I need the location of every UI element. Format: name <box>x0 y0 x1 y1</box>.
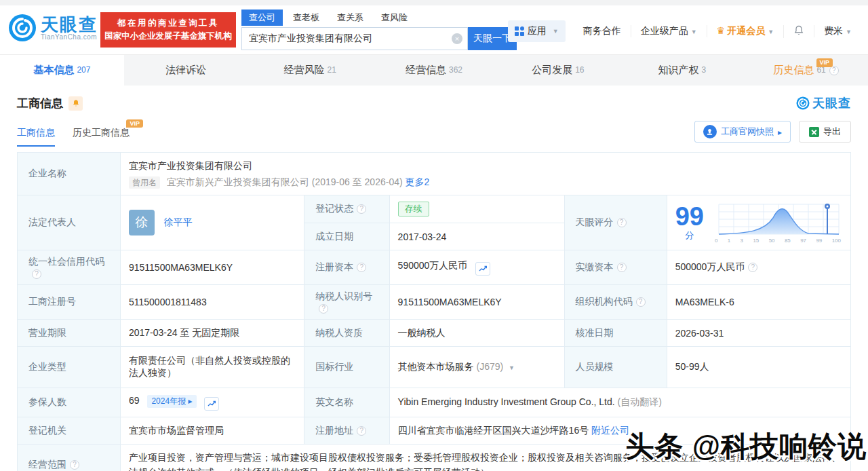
tab-intellectual-property[interactable]: 知识产权3 <box>620 55 744 86</box>
apps-grid-icon <box>515 26 524 36</box>
user-menu[interactable]: 费米 <box>814 25 861 37</box>
search-area: 查公司 查老板 查关系 查风险 天眼一下 <box>241 10 517 50</box>
help-icon[interactable] <box>636 297 646 307</box>
table-row: 营业期限 2017-03-24 至 无固定期限 纳税人资质 一般纳税人 核准日期… <box>18 320 851 347</box>
taxpayer-quality-value: 一般纳税人 <box>389 320 564 347</box>
tab-business-info[interactable]: 经营信息362 <box>372 55 496 86</box>
status-badge: 存续 <box>398 202 429 216</box>
taxpayer-quality-label: 纳税人资质 <box>304 320 389 347</box>
chevron-down-icon <box>768 29 774 35</box>
capital-trend-icon[interactable] <box>475 262 490 276</box>
reg-authority-label: 登记机关 <box>18 417 121 445</box>
establish-date-value: 2017-03-24 <box>389 223 564 250</box>
reg-capital-label: 注册资本 <box>304 250 389 285</box>
vip-badge: VIP <box>126 119 143 128</box>
search-input[interactable] <box>241 27 468 50</box>
taxpayer-id-label: 纳税人识别号 <box>304 285 389 320</box>
former-name-value: 宜宾市新兴产业投资集团有限公司 (2019-06 至 2026-04) <box>167 176 403 187</box>
establish-date-label: 成立日期 <box>304 223 389 250</box>
search-tab-boss[interactable]: 查老板 <box>285 10 327 26</box>
nav-business-cooperation[interactable]: 商务合作 <box>574 25 631 37</box>
auto-translate-note: (自动翻译) <box>618 396 662 407</box>
subtab-business-registration[interactable]: 工商信息 <box>17 127 55 147</box>
search-tab-risk[interactable]: 查风险 <box>374 10 415 26</box>
help-icon[interactable] <box>617 263 627 272</box>
toutiao-watermark: 头条 @科技响铃说 <box>625 428 867 466</box>
tab-company-development[interactable]: 公司发展16 <box>496 55 620 86</box>
more-former-names-link[interactable]: 更多2 <box>406 176 430 187</box>
business-term-value: 2017-03-24 至 无固定期限 <box>120 320 304 347</box>
brand-watermark: 天眼查 <box>796 95 851 111</box>
company-type-label: 企业类型 <box>18 347 121 388</box>
credit-code-label: 统一社会信用代码 <box>18 250 121 285</box>
taxpayer-id-value: 91511500MA63MELK6Y <box>389 285 564 320</box>
insured-trend-icon[interactable] <box>204 397 219 411</box>
help-icon[interactable] <box>357 426 366 436</box>
nearby-companies-link[interactable]: 附近公司 <box>591 425 629 436</box>
score-value: 99 <box>675 202 704 231</box>
chevron-down-icon <box>509 364 515 371</box>
score-axis-labels: 01 315 5085 9799 100 <box>713 238 842 244</box>
search-tabs: 查公司 查老板 查关系 查风险 <box>241 10 517 26</box>
credit-code-value: 91511500MA63MELK6Y <box>120 250 304 285</box>
help-icon[interactable] <box>617 218 627 227</box>
reg-number-value: 511500001811483 <box>120 285 304 320</box>
table-row: 法定代表人 徐 徐平平 登记状态 存续 天眼评分 99分 <box>18 195 851 223</box>
subscribe-bell-icon[interactable] <box>68 96 83 111</box>
tab-basic-info[interactable]: 基本信息207 <box>0 55 124 86</box>
help-icon[interactable] <box>357 263 366 272</box>
help-icon[interactable] <box>70 460 79 470</box>
help-icon[interactable] <box>32 269 41 279</box>
nav-enterprise-products[interactable]: 企业级产品 <box>631 25 707 37</box>
bell-icon <box>793 25 804 36</box>
site-logo[interactable]: 天眼查 TianYanCha.com <box>8 14 98 42</box>
clear-search-icon[interactable] <box>452 33 462 44</box>
paid-capital-value: 500000万人民币 <box>675 261 745 272</box>
score-curve-chart: 01 315 5085 9799 100 <box>713 202 842 244</box>
business-scope-label: 经营范围 <box>18 445 121 471</box>
legal-rep-avatar[interactable]: 徐 <box>129 210 155 236</box>
table-row: 统一社会信用代码 91511500MA63MELK6Y 注册资本 590000万… <box>18 250 851 285</box>
reg-status-label: 登记状态 <box>304 195 389 223</box>
subtab-history-registration[interactable]: VIP 历史工商信息 <box>73 127 130 147</box>
company-name-value: 宜宾市产业投资集团有限公司 <box>129 158 842 173</box>
top-nav: 应用 商务合作 企业级产品 开通会员 费米 <box>508 20 861 42</box>
crown-icon <box>717 25 726 36</box>
table-row: 参保人数 69 2024年报 ▸ 英文名称 Yibin Emerging Ind… <box>18 388 851 417</box>
staff-size-value: 50-99人 <box>667 347 850 388</box>
help-icon[interactable] <box>357 204 366 214</box>
tab-history-info[interactable]: VIP 历史信息61 <box>744 55 868 86</box>
annual-report-badge[interactable]: 2024年报 ▸ <box>147 395 196 408</box>
apps-menu[interactable]: 应用 <box>508 20 566 42</box>
apps-label: 应用 <box>528 25 547 37</box>
tab-legal-proceedings[interactable]: 法律诉讼 <box>124 55 248 86</box>
export-button[interactable]: 导出 <box>799 121 851 143</box>
site-header: 天眼查 TianYanCha.com 都在用的商业查询工具 国家中小企业发展子基… <box>0 5 868 54</box>
reg-address-value: 四川省宜宾市临港经开区国兴大道沙坪路16号 <box>398 425 589 436</box>
main-tab-bar: 基本信息207 法律诉讼 经营风险21 经营信息362 公司发展16 知识产权3… <box>0 54 868 86</box>
company-type-value: 有限责任公司（非自然人投资或控股的法人独资） <box>120 347 304 388</box>
promo-line2: 国家中小企业发展子基金旗下机构 <box>104 30 232 43</box>
table-row: 企业类型 有限责任公司（非自然人投资或控股的法人独资） 国标行业 其他资本市场服… <box>18 347 851 388</box>
tab-operational-risk[interactable]: 经营风险21 <box>248 55 372 86</box>
stamp-icon <box>703 125 717 138</box>
insured-count-label: 参保人数 <box>18 388 121 417</box>
nav-open-vip[interactable]: 开通会员 <box>707 25 783 37</box>
search-tab-relation[interactable]: 查关系 <box>330 10 371 26</box>
official-snapshot-button[interactable]: 工商官网快照 <box>694 121 791 143</box>
brand-domain: TianYanCha.com <box>41 33 98 41</box>
score-cell[interactable]: 99分 <box>667 195 850 250</box>
help-icon[interactable] <box>319 304 328 314</box>
industry-value[interactable]: 其他资本市场服务 (J679) <box>389 347 564 388</box>
excel-icon <box>809 127 819 137</box>
help-icon[interactable] <box>748 263 757 272</box>
chevron-down-icon <box>553 28 559 35</box>
tianyancha-swirl-icon <box>796 96 810 110</box>
english-name-value: Yibin Emerging Industry Investment Group… <box>398 396 615 407</box>
org-code-label: 组织机构代码 <box>564 285 667 320</box>
vip-badge: VIP <box>816 58 833 67</box>
notification-bell[interactable] <box>783 25 814 38</box>
search-tab-company[interactable]: 查公司 <box>241 10 283 26</box>
legal-rep-link[interactable]: 徐平平 <box>164 216 193 227</box>
table-row: 工商注册号 511500001811483 纳税人识别号 91511500MA6… <box>18 285 851 320</box>
